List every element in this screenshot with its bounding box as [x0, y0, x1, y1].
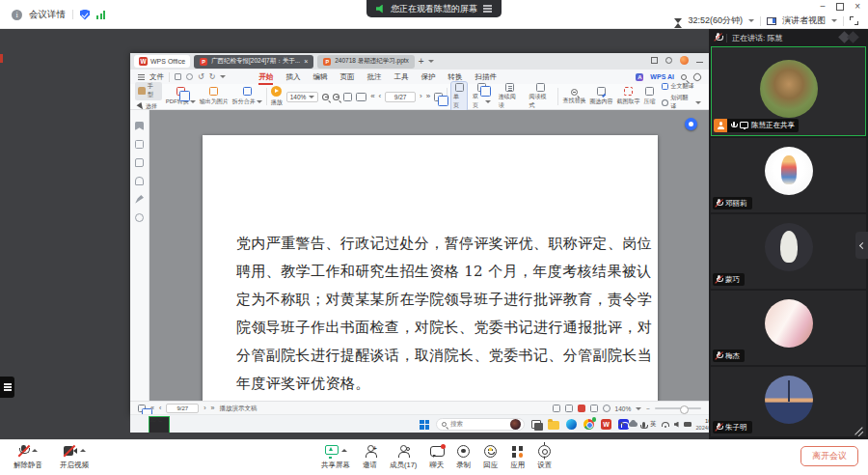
timer-caret-icon[interactable]	[748, 19, 754, 22]
start-button[interactable]	[420, 420, 429, 430]
settings-button[interactable]: 设置	[537, 444, 552, 470]
battery-icon[interactable]	[684, 422, 692, 427]
document-tab-pptx[interactable]: P 240718 暑期违纪学习.pptx	[317, 55, 415, 69]
next-page-button[interactable]: ›	[420, 93, 422, 100]
attachment-icon[interactable]	[135, 177, 144, 185]
screenshot-ocr-button[interactable]: 截图取字	[616, 87, 639, 106]
zoom-caret-icon[interactable]	[636, 407, 641, 410]
minimize-button[interactable]: −	[820, 2, 826, 12]
record-button[interactable]: 录制	[456, 444, 471, 470]
zoom-minus[interactable]: −	[646, 405, 650, 412]
single-page-button[interactable]: 单页	[451, 82, 467, 112]
menu-tab-insert[interactable]: 插入	[285, 72, 300, 82]
split-merge-button[interactable]: 拆分合并	[232, 87, 262, 106]
ime-indicator[interactable]: 英	[650, 420, 657, 429]
tray-mic-icon[interactable]	[642, 422, 646, 428]
wifi-icon[interactable]	[662, 422, 669, 427]
last-page-button[interactable]: »	[426, 93, 430, 100]
participant-tile[interactable]: 邓丽莉	[711, 138, 866, 212]
stamp-icon[interactable]	[135, 213, 144, 222]
wps-home-tab[interactable]: W WPS Office	[134, 55, 190, 68]
undo-icon[interactable]: ↺	[198, 73, 204, 81]
banner-menu-icon[interactable]	[483, 5, 492, 6]
edge-browser-icon[interactable]	[566, 419, 577, 430]
watching-banner[interactable]: 您正在观看陈慧的屏幕	[366, 0, 502, 17]
layout-icon[interactable]	[138, 405, 146, 412]
meeting-timer[interactable]: 32:52(60分钟)	[688, 14, 743, 27]
document-view[interactable]: 党内严重警告、行政记过处分，暂停评奖评优、职称评定、岗位 聘用、教学工作和研究生…	[149, 110, 709, 401]
status-page-input[interactable]: 9/27	[166, 404, 199, 413]
wps-account-avatar[interactable]	[680, 56, 689, 65]
mic-options-caret[interactable]	[32, 449, 38, 452]
read-mode-button[interactable]: 阅读模式	[528, 82, 555, 112]
tab-list-caret-icon[interactable]	[428, 60, 434, 63]
share-screen-button[interactable]: 共享屏幕	[321, 444, 350, 470]
status-zoom-label[interactable]: 140%	[615, 405, 632, 412]
search-icon[interactable]	[681, 74, 687, 80]
security-shield-icon[interactable]	[80, 10, 90, 20]
participant-tile[interactable]: 梅杰	[711, 291, 866, 365]
close-tab-icon[interactable]: ×	[304, 58, 308, 65]
redo-icon[interactable]: ↻	[209, 73, 216, 81]
leave-meeting-button[interactable]: 离开会议	[800, 446, 858, 466]
menu-tab-scan[interactable]: 扫描件	[475, 72, 497, 82]
unmute-button[interactable]: 解除静音	[14, 444, 42, 470]
sidebar-collapse-button[interactable]	[855, 232, 868, 259]
status-next-page[interactable]: ›	[203, 405, 205, 412]
view-single-icon[interactable]	[553, 405, 560, 412]
view-caret-icon[interactable]	[831, 19, 837, 22]
export-image-button[interactable]: 输出为图片	[200, 87, 229, 106]
zoom-slider[interactable]	[655, 407, 701, 409]
zoom-in-icon[interactable]	[333, 94, 339, 100]
participant-tile[interactable]: 蒙巧	[711, 214, 866, 289]
menu-tab-tools[interactable]: 工具	[393, 72, 408, 82]
taskbar-clock[interactable]: 10:28 2024/7/18	[696, 418, 709, 431]
zoom-dropdown[interactable]: 140%	[286, 92, 319, 102]
ai-assistant-fab[interactable]	[685, 118, 697, 130]
status-prev-page[interactable]: ‹	[159, 405, 161, 412]
chat-button[interactable]: 聊天	[429, 444, 444, 470]
view-active-icon[interactable]	[578, 405, 585, 412]
first-page-button[interactable]: «	[370, 93, 374, 100]
wps-restore-icon[interactable]	[651, 57, 658, 64]
weather-widget[interactable]: 30°C 局部多云	[135, 416, 170, 433]
menu-tab-protect[interactable]: 保护	[420, 72, 435, 82]
participant-tile[interactable]: 朱子明	[711, 367, 866, 436]
find-replace-button[interactable]: 查找替换	[562, 88, 585, 106]
invite-button[interactable]: + 邀请	[363, 444, 377, 470]
menu-tab-page[interactable]: 页面	[339, 72, 354, 82]
quickbar-caret-icon[interactable]	[220, 75, 226, 78]
pdf-page[interactable]: 党内严重警告、行政记过处分，暂停评奖评优、职称评定、岗位 聘用、教学工作和研究生…	[203, 135, 658, 401]
menu-tab-home[interactable]: 开始	[258, 72, 273, 82]
document-tab-pdf[interactable]: P 广西纪检专报[2024]7期：关于... ×	[194, 55, 313, 69]
menu-tab-comment[interactable]: 批注	[366, 72, 381, 82]
continuous-read-button[interactable]: 连续阅读	[497, 82, 524, 112]
task-view-button[interactable]	[531, 420, 541, 429]
status-mode-label[interactable]: 播放演示文稿	[220, 405, 258, 413]
sign-pen-icon[interactable]	[135, 195, 144, 204]
share-icon[interactable]	[692, 71, 702, 82]
tray-expand-icon[interactable]	[617, 422, 624, 429]
members-button[interactable]: 成员(17)	[390, 444, 417, 470]
file-explorer-icon[interactable]	[548, 421, 559, 430]
fullscreen-icon[interactable]	[850, 16, 858, 25]
compress-button[interactable]: 压缩	[643, 87, 655, 106]
double-page-button[interactable]: 双页	[471, 82, 493, 112]
wps-minimize-icon[interactable]	[696, 62, 703, 63]
cloud-sync-icon[interactable]	[629, 422, 637, 427]
chrome-browser-icon[interactable]	[583, 419, 594, 430]
lasso-select-button[interactable]: 圈选内容	[589, 87, 612, 106]
wps-skin-icon[interactable]	[665, 57, 672, 64]
pdf-convert-button[interactable]: PDF转换	[166, 87, 196, 106]
file-menu[interactable]: 文件	[149, 72, 164, 82]
start-video-button[interactable]: 开启视频	[60, 444, 89, 470]
taskbar-search[interactable]: 搜索	[436, 418, 525, 431]
wps-taskbar-icon[interactable]: W	[601, 419, 611, 430]
meeting-details-button[interactable]: 会议详情	[29, 9, 66, 21]
page-number-input[interactable]: 9/27	[385, 92, 416, 102]
share-options-caret[interactable]	[341, 449, 347, 452]
maximize-button[interactable]	[836, 3, 844, 11]
apps-button[interactable]: 应用	[510, 444, 525, 470]
wps-ai-button[interactable]: WPS AI	[650, 73, 674, 80]
comment-panel-icon[interactable]	[135, 158, 144, 167]
